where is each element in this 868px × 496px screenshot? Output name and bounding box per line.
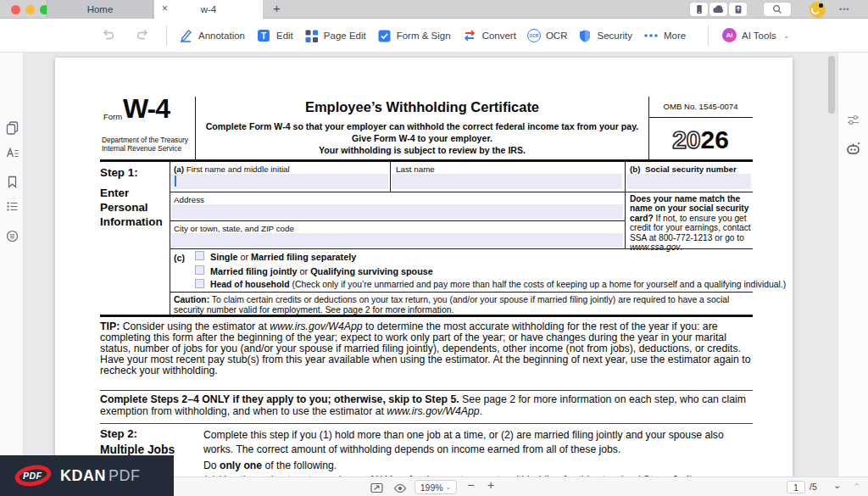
search-button[interactable]	[764, 3, 791, 16]
step2-subheading: Multiple Jobs	[100, 443, 175, 456]
step1-personal: Personal	[100, 201, 148, 214]
more-tools-button[interactable]: More	[643, 31, 686, 41]
tab-w4[interactable]: × w-4	[154, 0, 263, 19]
view-mode-button[interactable]	[393, 482, 407, 496]
ai-tools-button[interactable]: Ai AI Tools ⌄	[722, 28, 789, 42]
year-solid: 26	[701, 125, 729, 153]
brand-name: KDANPDF	[60, 467, 141, 485]
close-tab-icon[interactable]: ×	[162, 3, 168, 14]
single-option: Single	[210, 252, 237, 262]
form-sign-label: Form & Sign	[397, 31, 451, 41]
annotation-label: Annotation	[198, 31, 245, 41]
ssa-note: Does your name match the name on your so…	[630, 194, 751, 252]
tip-bold: TIP:	[100, 320, 120, 332]
zoom-select[interactable]: 199% ⌄	[415, 480, 457, 494]
w4-form: Form W-4 Department of the Treasury Inte…	[100, 58, 753, 476]
ssa-gov-link: www.ssa.gov	[630, 242, 680, 252]
married-jointly-checkbox[interactable]	[195, 265, 204, 275]
annotations-list-button[interactable]	[5, 146, 19, 160]
steps24-bold: Complete Steps 2–4 ONLY if they apply to…	[100, 393, 459, 405]
caution-body: To claim certain credits or deductions o…	[174, 295, 729, 315]
step1-enter: Enter	[100, 187, 129, 199]
ocr-tool-button[interactable]: OCR OCR	[527, 29, 568, 42]
toolbar-divider	[166, 25, 167, 46]
zoom-level: 199%	[420, 482, 443, 493]
form-sign-tool-button[interactable]: Form & Sign	[377, 29, 451, 43]
close-window-button[interactable]	[11, 5, 20, 14]
new-tab-button[interactable]: +	[273, 1, 281, 15]
ai-tools-icon: Ai	[722, 28, 737, 42]
step2-heading: Step 2:	[100, 427, 137, 440]
security-tool-button[interactable]: Security	[578, 29, 632, 43]
single-checkbox[interactable]	[195, 251, 204, 260]
undo-button[interactable]	[100, 27, 115, 46]
city-label: City or town, state, and ZIP code	[174, 224, 294, 233]
redo-button[interactable]	[136, 27, 151, 46]
zoom-out-button[interactable]: −	[467, 478, 474, 492]
do-text-1: Do	[203, 460, 220, 471]
page-thumbnails-button[interactable]	[5, 120, 19, 135]
head-of-household-checkbox[interactable]	[195, 279, 204, 288]
fit-window-button[interactable]	[370, 482, 383, 496]
w4app-link-2: www.irs.gov/W4App	[387, 405, 479, 417]
next-page-button[interactable]: ⌄	[833, 480, 841, 491]
w4app-link: www.irs.gov/W4App	[270, 320, 362, 332]
ssa-note-period: .	[680, 242, 682, 252]
dept-line-1: Department of the Treasury	[102, 136, 188, 144]
a-tag: (a)	[174, 164, 184, 174]
ssn-input[interactable]	[627, 174, 751, 189]
ocr-label: OCR	[546, 31, 568, 41]
do-text-2: of the following.	[262, 460, 337, 471]
tab-home[interactable]: Home	[47, 0, 153, 19]
form-subtitle-3: Your withholding is subject to review by…	[196, 145, 648, 155]
tip-text-1: Consider using the estimator at	[120, 320, 270, 332]
minimize-window-button[interactable]	[25, 5, 35, 14]
redo-icon	[136, 27, 151, 42]
undo-icon	[100, 27, 115, 42]
previous-page-button[interactable]: ⌃	[853, 482, 860, 493]
user-avatar[interactable]	[810, 2, 826, 18]
address-input[interactable]	[171, 204, 623, 219]
c1-or: or	[237, 252, 251, 262]
last-name-input[interactable]	[392, 174, 622, 189]
page-total: /5	[810, 482, 817, 492]
bookmarks-button[interactable]	[5, 175, 19, 189]
dept-line-2: Internal Revenue Service	[102, 144, 181, 153]
first-name-input[interactable]	[171, 174, 388, 189]
device-button[interactable]	[690, 3, 708, 16]
steps24-period: .	[480, 405, 482, 417]
window-more-options-button[interactable]: •••	[839, 5, 849, 14]
page-edit-tool-button[interactable]: Page Edit	[304, 29, 366, 43]
do-bold: only one	[220, 460, 262, 471]
edit-tool-button[interactable]: T Edit	[256, 28, 293, 43]
stamp-panel-button[interactable]	[5, 229, 19, 243]
page-edit-label: Page Edit	[324, 31, 366, 41]
ai-assistant-button[interactable]	[845, 140, 862, 160]
pdf-swoosh-logo: PDF	[14, 462, 53, 489]
ssn-label: Social security number	[645, 164, 737, 174]
checkbox-icon	[377, 29, 392, 43]
brand-pdf: PDF	[108, 467, 141, 484]
vertical-scrollbar[interactable]	[828, 56, 835, 114]
view-settings-button[interactable]	[846, 114, 860, 130]
form-subtitle-2: Give Form W-4 to your employer.	[196, 133, 648, 143]
kdan-pdf-logo: PDF KDANPDF	[0, 455, 174, 496]
page-number-input[interactable]: 1	[787, 481, 805, 493]
convert-tool-button[interactable]: Convert	[462, 29, 516, 42]
annotation-list-icon	[5, 146, 19, 160]
form-word: Form	[103, 112, 122, 121]
form-title: Employee’s Withholding Certificate	[196, 99, 648, 115]
annotation-tool-button[interactable]: Annotation	[178, 28, 245, 43]
zoom-in-button[interactable]: +	[487, 478, 494, 492]
outline-list-icon	[5, 199, 19, 214]
annotation-pen-icon	[178, 28, 193, 43]
share-to-device-button[interactable]	[729, 3, 747, 16]
city-input[interactable]	[171, 233, 623, 248]
tab-bar: Home × w-4 + •••	[0, 0, 868, 19]
cloud-button[interactable]	[709, 3, 727, 16]
more-dots-icon	[643, 31, 659, 40]
steps24-paragraph: Complete Steps 2–4 ONLY if they apply to…	[100, 394, 753, 417]
bookmark-icon	[5, 175, 19, 189]
main-toolbar: Annotation T Edit Page Edit Form & Sign …	[0, 19, 868, 53]
outline-button[interactable]	[5, 199, 19, 214]
